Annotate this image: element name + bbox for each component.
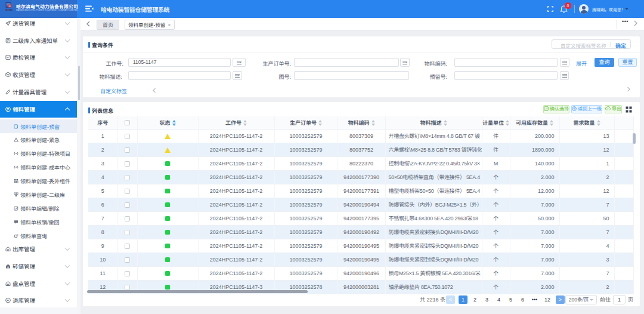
svg-text:3: 3 — [17, 233, 18, 236]
